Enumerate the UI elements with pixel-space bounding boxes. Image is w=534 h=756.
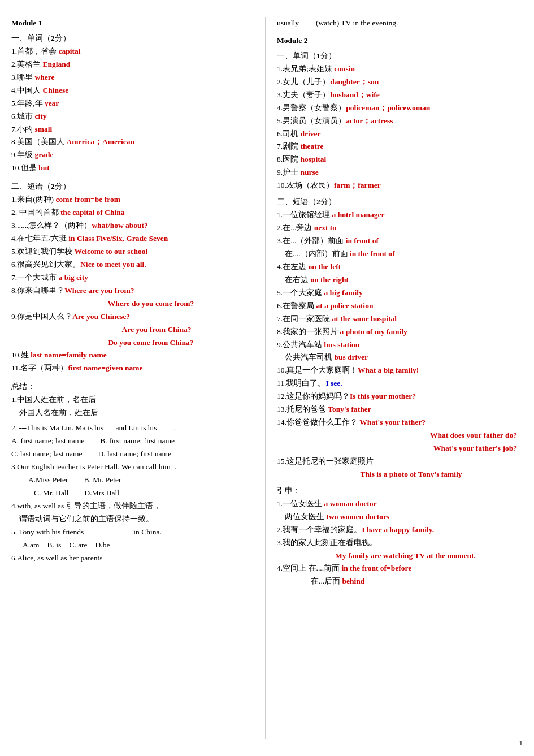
phrase-item-9b: Are you from China? — [11, 323, 257, 336]
module1-title: Module 1 — [11, 17, 257, 30]
ext-4b: 在...后面 behind — [277, 575, 523, 588]
phrase-item-2: 2. 中国的首都 the capital of China — [11, 206, 257, 219]
phrase-item-8: 8.你来自哪里？Where are you from? — [11, 284, 257, 297]
m2-phrase-15b: This is a photo of Tony's family — [277, 468, 523, 481]
exercise-2: 2. ---This is Ma Lin. Ma is his and Lin … — [11, 422, 257, 435]
page-number: 1 — [519, 738, 523, 748]
m2-phrase-7: 7.在同一家医院 at the same hospital — [277, 313, 523, 326]
phrase-item-7: 7.一个大城市 a big city — [11, 271, 257, 284]
vocab-item-4: 4.中国人 Chinese — [11, 84, 257, 97]
left-column: Module 1 一、单词（2分） 1.首都，省会 capital 2.英格兰 … — [11, 17, 266, 739]
m2-phrase-8: 8.我家的一张照片 a photo of my family — [277, 326, 523, 339]
m2-phrase-10: 10.真是一个大家庭啊！What a big family! — [277, 364, 523, 377]
vocab-section-title: 一、单词（2分） — [11, 32, 257, 45]
m2-phrase-15: 15.这是托尼的一张家庭照片 — [277, 455, 523, 468]
m2-phrase-9: 9.公共汽车站 bus station — [277, 339, 523, 352]
m2-phrase-11: 11.我明白了。I see. — [277, 377, 523, 390]
m2-phrase-14: 14.你爸爸做什么工作？ What's your father? — [277, 416, 523, 429]
module2-title: Module 2 — [277, 34, 523, 47]
m2-phrase-13: 13.托尼的爸爸 Tony's father — [277, 403, 523, 416]
ext-4: 4.空间上 在....前面 in the front of=before — [277, 562, 523, 575]
exercise-3-opts: A.Miss Peter B. Mr. Peter — [11, 474, 257, 487]
m2-phrase-1: 1.一位旅馆经理 a hotel manager — [277, 209, 523, 222]
m2-phrase-5: 5.一个大家庭 a big family — [277, 287, 523, 300]
ext-1: 1.一位女医生 a woman doctor — [277, 498, 523, 511]
m2-vocab-5: 5.男演员（女演员）actor；actress — [277, 115, 523, 128]
m2-phrase-12: 12.这是你的妈妈吗？Is this your mother? — [277, 390, 523, 403]
m2-vocab-2: 2.女儿（儿子）daughter；son — [277, 76, 523, 89]
m2-phrase-9b: 公共汽车司机 bus driver — [277, 351, 523, 364]
exercise-4b: 谓语动词与它们之前的主语保持一致。 — [11, 513, 257, 526]
phrase-section-title: 二、短语（2分） — [11, 180, 257, 193]
m2-vocab-9: 9.护士 nurse — [277, 166, 523, 179]
exercise-6: 6.Alice, as well as her parents — [11, 552, 257, 565]
m2-vocab-section: 一、单词（1分） — [277, 50, 523, 63]
m2-vocab-10: 10.农场（农民）farm；farmer — [277, 179, 523, 192]
m2-phrase-14b: What does your father do? — [277, 429, 523, 442]
exercise-3: 3.Our English teacher is Peter Hall. We … — [11, 461, 257, 474]
exercise-5: 5. Tony with his friends in China. — [11, 526, 257, 539]
m2-phrase-4: 4.在左边 on the left — [277, 261, 523, 274]
exercise-4: 4.with, as well as 引导的主语，做伴随主语， — [11, 500, 257, 513]
phrase-item-6: 6.很高兴见到大家。Nice to meet you all. — [11, 258, 257, 271]
summary-title: 总结： — [11, 381, 257, 394]
vocab-item-7: 7.小的 small — [11, 123, 257, 136]
exercise-5-opts: A.am B. is C. are D.be — [11, 539, 257, 552]
exercise-2-optC: C. last name; last name D. last name; fi… — [11, 448, 257, 461]
m2-phrase-2: 2.在...旁边 next to — [277, 222, 523, 235]
phrase-item-9: 9.你是中国人么？Are you Chinese? — [11, 310, 257, 323]
m2-phrase-3: 3.在...（外部）前面 in front of — [277, 235, 523, 248]
m2-vocab-6: 6.司机 driver — [277, 128, 523, 141]
m2-vocab-1: 1.表兄弟;表姐妹 cousin — [277, 63, 523, 76]
exercise-2-optA: A. first name; last name B. first name; … — [11, 435, 257, 448]
extension-title: 引申： — [277, 485, 523, 498]
vocab-item-9: 9.年级 grade — [11, 149, 257, 162]
ext-2: 2.我有一个幸福的家庭。I have a happy family. — [277, 524, 523, 537]
m2-phrase-6: 6.在警察局 at a police station — [277, 300, 523, 313]
m2-phrase-14c: What's your father's job? — [277, 442, 523, 455]
right-column: usually(watch) TV in the evening. Module… — [266, 17, 523, 739]
phrase-item-4: 4.在七年五/六班 in Class Five/Six, Grade Seven — [11, 232, 257, 245]
vocab-item-10: 10.但是 but — [11, 162, 257, 175]
phrase-item-5: 5.欢迎到我们学校 Welcome to our school — [11, 245, 257, 258]
phrase-item-3: 3.......怎么样？（两种）what/how about? — [11, 219, 257, 232]
m2-phrase-section: 二、短语（2分） — [277, 196, 523, 209]
m2-vocab-8: 8.医院 hospital — [277, 153, 523, 166]
m2-vocab-7: 7.剧院 theatre — [277, 140, 523, 153]
vocab-item-6: 6.城市 city — [11, 110, 257, 123]
exercise-3-opts2: C. Mr. Hall D.Mrs Hall — [11, 487, 257, 500]
m2-phrase-4b: 在右边 on the right — [277, 274, 523, 287]
summary-1: 1.中国人姓在前，名在后 — [11, 394, 257, 407]
m2-phrase-3b: 在....（内部）前面 in the front of — [277, 248, 523, 261]
ext-1b: 两位女医生 two women doctors — [277, 511, 523, 524]
summary-1b: 外国人名在前，姓在后 — [11, 407, 257, 420]
vocab-item-5: 5.年龄,年 year — [11, 97, 257, 110]
vocab-item-2: 2.英格兰 England — [11, 58, 257, 71]
m2-vocab-4: 4.男警察（女警察）policeman；policewoman — [277, 102, 523, 115]
phrase-item-10: 10.姓 last name=family name — [11, 349, 257, 362]
ext-3: 3.我的家人此刻正在看电视。 — [277, 537, 523, 550]
phrase-item-8b: Where do you come from? — [11, 297, 257, 310]
right-top-line: usually(watch) TV in the evening. — [277, 17, 523, 30]
phrase-item-11: 11.名字（两种）first name=given name — [11, 362, 257, 375]
vocab-item-3: 3.哪里 where — [11, 71, 257, 84]
phrase-item-1: 1.来自(两种) come from=be from — [11, 193, 257, 206]
vocab-item-1: 1.首都，省会 capital — [11, 45, 257, 58]
ext-3b: My family are watching TV at the moment. — [277, 550, 523, 563]
vocab-item-8: 8.美国（美国人 America；American — [11, 136, 257, 149]
m2-vocab-3: 3.丈夫（妻子）husband；wife — [277, 89, 523, 102]
phrase-item-9c: Do you come from China? — [11, 336, 257, 349]
